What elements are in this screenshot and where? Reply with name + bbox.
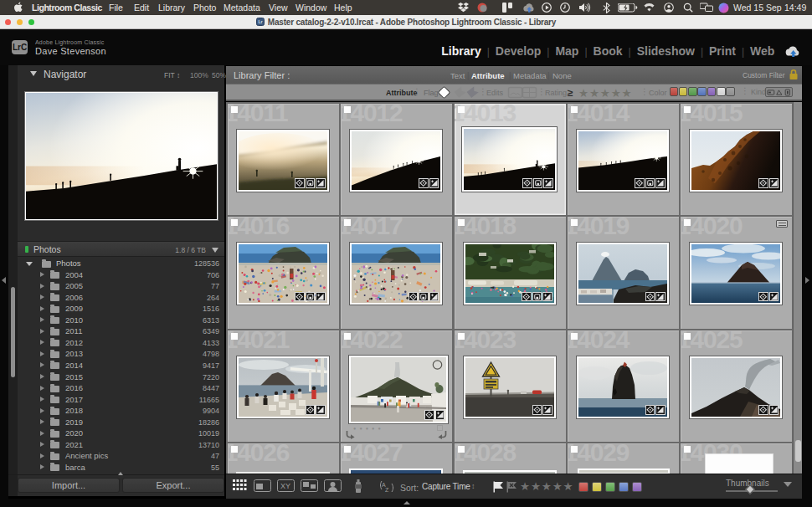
svg-text:XY: XY [280, 482, 290, 490]
svg-text:Z: Z [385, 487, 389, 493]
